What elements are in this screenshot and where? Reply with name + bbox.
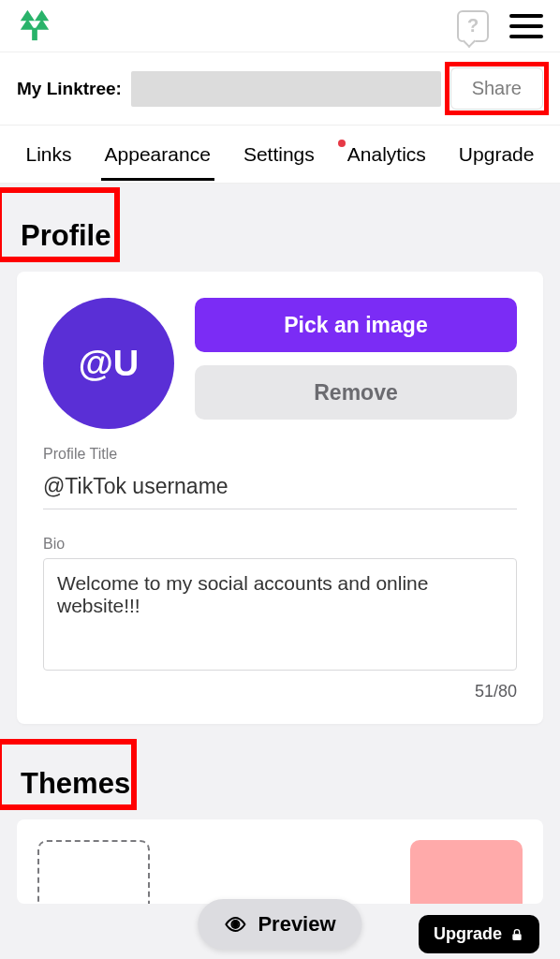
theme-tile-custom[interactable] xyxy=(37,840,150,904)
tab-settings[interactable]: Settings xyxy=(242,143,317,166)
profile-title-label: Profile Title xyxy=(43,446,517,463)
upgrade-label: Upgrade xyxy=(434,924,502,944)
profile-title-input[interactable] xyxy=(43,468,517,509)
linktree-url-field[interactable] xyxy=(131,71,441,107)
avatar[interactable]: @U xyxy=(43,298,174,429)
tab-upgrade[interactable]: Upgrade xyxy=(457,143,537,166)
lock-icon xyxy=(509,927,524,942)
svg-rect-2 xyxy=(512,934,521,940)
upgrade-button[interactable]: Upgrade xyxy=(419,915,539,953)
annotation-highlight-profile xyxy=(0,187,120,262)
svg-rect-0 xyxy=(32,27,37,39)
annotation-highlight-themes xyxy=(0,739,137,810)
top-bar: ? xyxy=(0,0,560,52)
tab-appearance[interactable]: Appearance xyxy=(103,143,213,166)
pick-image-button[interactable]: Pick an image xyxy=(195,298,517,352)
themes-card xyxy=(17,819,543,904)
theme-tile-preset[interactable] xyxy=(410,840,523,904)
tab-analytics[interactable]: Analytics xyxy=(346,143,428,166)
help-icon[interactable]: ? xyxy=(457,10,489,42)
eye-icon xyxy=(224,913,246,936)
preview-label: Preview xyxy=(258,912,335,937)
tab-links[interactable]: Links xyxy=(24,143,74,166)
profile-card: @U Pick an image Remove Profile Title Bi… xyxy=(17,272,543,724)
bio-char-count: 51/80 xyxy=(43,682,517,701)
bio-textarea[interactable] xyxy=(43,558,517,671)
notification-dot-icon xyxy=(338,140,346,147)
tabs-nav: Links Appearance Settings Analytics Upgr… xyxy=(0,125,560,184)
linktree-url-row: My Linktree: Share xyxy=(0,52,560,125)
page-body: Profile @U Pick an image Remove Profile … xyxy=(0,184,560,959)
svg-point-1 xyxy=(232,922,238,927)
linktree-logo-icon xyxy=(17,7,52,46)
my-linktree-label: My Linktree: xyxy=(17,79,122,99)
menu-icon[interactable] xyxy=(509,14,543,38)
bio-label: Bio xyxy=(43,536,517,553)
remove-image-button[interactable]: Remove xyxy=(195,365,517,420)
annotation-highlight-share xyxy=(445,62,549,115)
preview-button[interactable]: Preview xyxy=(198,899,361,950)
